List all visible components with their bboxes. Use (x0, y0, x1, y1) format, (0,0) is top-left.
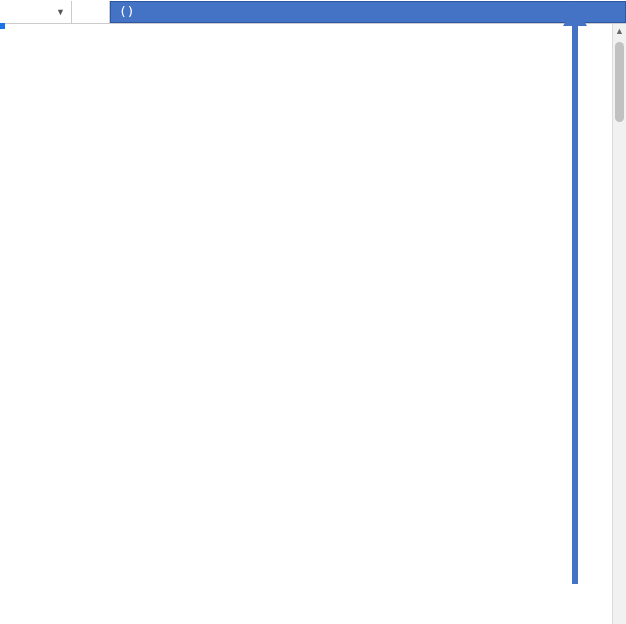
active-cell-outline (0, 24, 4, 28)
formula-input[interactable]: () (110, 1, 626, 23)
name-box[interactable]: ▼ (0, 1, 72, 23)
vertical-scrollbar[interactable]: ▲ (612, 24, 626, 624)
annotation-arrow (572, 24, 578, 584)
formula-bar: ▼ () (0, 0, 626, 24)
dropdown-icon[interactable]: ▼ (56, 7, 65, 17)
fx-label[interactable] (72, 1, 110, 23)
scroll-thumb[interactable] (615, 42, 624, 122)
scroll-up-icon[interactable]: ▲ (613, 26, 626, 36)
